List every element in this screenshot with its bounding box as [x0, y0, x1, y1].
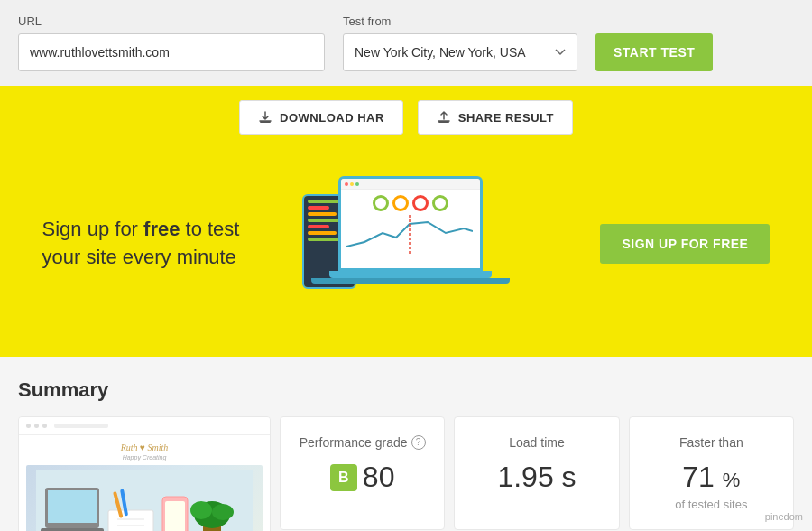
url-input[interactable]: [18, 33, 325, 71]
screen-dot-red: [345, 182, 348, 186]
promo-illustration: [311, 176, 528, 312]
performance-help-icon[interactable]: ?: [411, 435, 426, 450]
signup-free-button[interactable]: SIGN UP FOR FREE: [600, 224, 770, 264]
preview-address-bar: [54, 424, 108, 428]
preview-dot-2: [34, 424, 39, 428]
load-time-value: 1.95 s: [473, 461, 600, 494]
test-from-field-group: Test from New York City, New York, USA L…: [343, 14, 577, 71]
test-from-label: Test from: [343, 14, 577, 28]
line-chart-svg: [346, 215, 473, 256]
gauge-3: [412, 195, 429, 211]
preview-dot-3: [42, 424, 47, 428]
laptop-screen: [338, 176, 483, 271]
laptop-screen-inner: [341, 179, 480, 268]
grade-badge: B: [330, 464, 357, 491]
promo-banner: Sign up for free to test your site every…: [0, 149, 812, 357]
summary-grid: Ruth ♥ Smith Happy Creating: [18, 416, 794, 531]
svg-rect-1: [438, 121, 449, 123]
action-bar: DOWNLOAD HAR SHARE RESULT: [0, 86, 812, 149]
preview-hero-image: [26, 465, 263, 531]
preview-page-content: Ruth ♥ Smith Happy Creating: [19, 435, 270, 531]
load-time-card: Load time 1.95 s: [454, 416, 619, 530]
summary-section: Summary Ruth ♥ Smith Happy Creating: [0, 357, 812, 531]
laptop-base: [329, 271, 492, 278]
promo-text-3: your site every minute: [42, 246, 236, 268]
laptop-mockup: [311, 176, 510, 303]
screen-dot-yellow: [350, 182, 354, 186]
test-from-select[interactable]: New York City, New York, USA London, UK …: [343, 33, 577, 71]
share-icon: [437, 110, 451, 125]
screen-content: [341, 190, 480, 268]
preview-nav-bar: [19, 417, 270, 435]
hero-svg: [36, 470, 253, 531]
summary-title: Summary: [18, 378, 794, 402]
url-label: URL: [18, 14, 325, 28]
faster-than-sub: of tested sites: [648, 498, 775, 511]
faster-than-label: Faster than: [648, 435, 775, 450]
promo-text-bold: free: [143, 218, 180, 240]
gauge-2: [392, 195, 409, 211]
screen-header-bar: [341, 179, 480, 190]
promo-text-2: to test: [180, 218, 239, 240]
share-result-button[interactable]: SHARE RESULT: [418, 100, 573, 135]
performance-grade-label: Performance grade ?: [299, 435, 426, 450]
site-preview-image: Ruth ♥ Smith Happy Creating: [19, 417, 270, 531]
svg-rect-5: [48, 490, 97, 523]
laptop-bottom: [311, 278, 510, 284]
svg-rect-12: [165, 501, 185, 531]
watermark: pinedom: [765, 511, 803, 522]
grade-row: B 80: [299, 461, 426, 494]
site-preview-card: Ruth ♥ Smith Happy Creating: [18, 416, 271, 531]
faster-than-value: 71 %: [648, 461, 775, 494]
svg-point-16: [212, 504, 234, 520]
url-field-group: URL: [18, 14, 325, 71]
gauge-1: [373, 195, 389, 211]
svg-rect-7: [108, 510, 153, 531]
performance-grade-card: Performance grade ? B 80: [280, 416, 445, 530]
download-har-label: DOWNLOAD HAR: [280, 111, 384, 125]
screen-dot-green: [355, 182, 359, 186]
load-time-label: Load time: [473, 435, 600, 450]
svg-point-15: [190, 501, 212, 519]
preview-dot-1: [26, 424, 31, 428]
top-bar: URL Test from New York City, New York, U…: [0, 0, 812, 86]
download-icon: [258, 110, 272, 125]
gauge-row: [346, 195, 475, 211]
start-test-button[interactable]: START TEST: [595, 33, 713, 71]
download-har-button[interactable]: DOWNLOAD HAR: [239, 100, 403, 135]
svg-rect-0: [260, 121, 271, 123]
grade-number: 80: [363, 461, 395, 494]
promo-text: Sign up for free to test your site every…: [42, 216, 240, 272]
share-result-label: SHARE RESULT: [458, 111, 554, 125]
gauge-4: [432, 195, 448, 211]
preview-site-title: Ruth ♥ Smith Happy Creating: [26, 442, 263, 461]
promo-text-1: Sign up for: [42, 218, 144, 240]
